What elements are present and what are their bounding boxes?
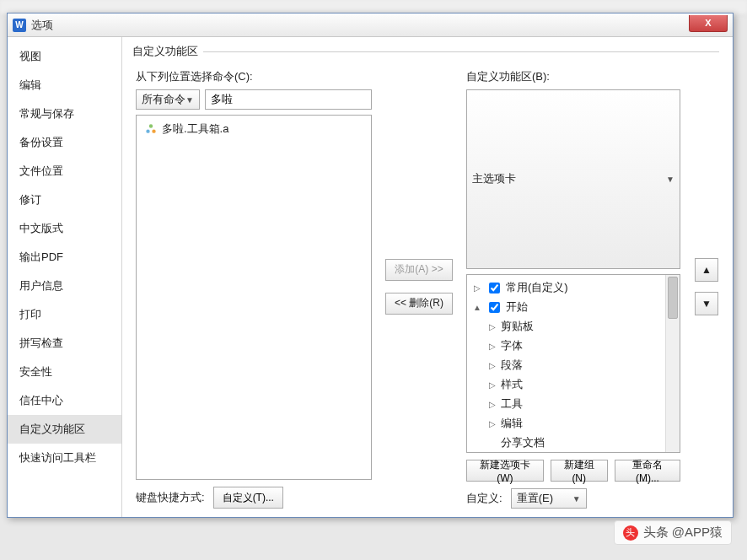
- svg-point-2: [146, 129, 149, 132]
- customize-keyboard-button[interactable]: 自定义(T)...: [213, 487, 283, 509]
- move-down-button[interactable]: ▼: [695, 292, 718, 315]
- tree-row[interactable]: ▷样式: [469, 375, 664, 395]
- commands-listbox[interactable]: 多啦.工具箱.a: [136, 115, 372, 480]
- command-search-input[interactable]: [205, 89, 372, 110]
- tree-checkbox[interactable]: [489, 283, 500, 293]
- sidebar-item[interactable]: 信任中心: [8, 386, 121, 415]
- customize-label: 自定义:: [466, 491, 502, 506]
- tree-label: 段落: [501, 358, 523, 373]
- dialog-title: 选项: [31, 18, 53, 33]
- watermark-text: 头条 @APP猿: [643, 525, 723, 541]
- tree-label: 开始: [506, 299, 528, 315]
- sidebar-item[interactable]: 自定义功能区: [8, 415, 121, 444]
- tree-label: 字体: [501, 338, 523, 353]
- add-button[interactable]: 添加(A) >>: [385, 259, 453, 281]
- tree-label: 剪贴板: [501, 319, 534, 334]
- svg-point-4: [149, 124, 153, 127]
- sidebar-item[interactable]: 修订: [8, 186, 121, 214]
- tree-label: 常用(自定义): [506, 280, 568, 295]
- expander-icon[interactable]: ▷: [487, 361, 497, 370]
- watermark: 头 头条 @APP猿: [614, 520, 732, 545]
- tree-row[interactable]: ▷段落: [469, 356, 664, 375]
- sidebar-item[interactable]: 拼写检查: [8, 329, 121, 358]
- sidebar-item[interactable]: 常规与保存: [8, 100, 121, 128]
- tree-row[interactable]: ▲开始: [469, 298, 664, 317]
- sidebar-item[interactable]: 输出PDF: [8, 243, 121, 272]
- tree-label: 编辑: [501, 416, 523, 431]
- group-legend: 自定义功能区: [132, 44, 203, 59]
- expander-icon[interactable]: ▷: [487, 400, 497, 409]
- category-sidebar: 视图编辑常规与保存备份设置文件位置修订中文版式输出PDF用户信息打印拼写检查安全…: [8, 37, 122, 517]
- tree-scrollbar[interactable]: [665, 275, 680, 453]
- tree-row[interactable]: ▷字体: [469, 337, 664, 356]
- customize-ribbon-group: 自定义功能区: [136, 44, 719, 59]
- expander-icon[interactable]: ▷: [487, 419, 497, 428]
- commands-source-value: 所有命令: [142, 92, 185, 107]
- app-icon: W: [13, 19, 26, 32]
- keyboard-shortcut-label: 键盘快捷方式:: [136, 490, 205, 505]
- tree-row[interactable]: ▷工具: [469, 395, 664, 414]
- command-icon: [145, 123, 157, 135]
- sidebar-item[interactable]: 编辑: [8, 71, 121, 100]
- dropdown-arrow-icon: ▼: [185, 95, 194, 105]
- choose-commands-label: 从下列位置选择命令(C):: [136, 69, 372, 84]
- tree-label: 分享文档: [501, 435, 545, 450]
- dropdown-arrow-icon: ▼: [572, 494, 581, 503]
- sidebar-item[interactable]: 快速访问工具栏: [8, 444, 121, 472]
- sidebar-item[interactable]: 打印: [8, 300, 121, 329]
- customize-ribbon-label: 自定义功能区(B):: [466, 69, 680, 84]
- tree-row[interactable]: ▷编辑: [469, 414, 664, 433]
- expander-icon[interactable]: ▷: [487, 342, 497, 351]
- sidebar-item[interactable]: 用户信息: [8, 272, 121, 300]
- options-dialog: W 选项 X 视图编辑常规与保存备份设置文件位置修订中文版式输出PDF用户信息打…: [7, 13, 734, 518]
- expander-icon[interactable]: ▲: [472, 303, 482, 312]
- ribbon-tabs-value: 主选项卡: [472, 171, 516, 186]
- sidebar-item[interactable]: 中文版式: [8, 214, 121, 243]
- reset-value: 重置(E): [517, 491, 553, 506]
- new-tab-button[interactable]: 新建选项卡(W): [466, 460, 544, 482]
- expander-icon[interactable]: ▷: [487, 322, 497, 331]
- tree-label: 样式: [501, 377, 523, 392]
- remove-button[interactable]: << 删除(R): [385, 293, 453, 315]
- dropdown-arrow-icon: ▼: [666, 175, 674, 184]
- new-group-button[interactable]: 新建组(N): [551, 460, 608, 482]
- svg-point-3: [152, 129, 155, 132]
- list-item[interactable]: 多啦.工具箱.a: [140, 119, 368, 139]
- scrollbar-thumb[interactable]: [668, 277, 678, 319]
- expander-icon[interactable]: ▷: [487, 380, 497, 390]
- expander-icon[interactable]: ▷: [472, 283, 482, 293]
- move-up-button[interactable]: ▲: [695, 258, 718, 282]
- titlebar: W 选项 X: [8, 13, 733, 37]
- tree-row[interactable]: 分享文档: [469, 433, 664, 453]
- ribbon-tabs-select[interactable]: 主选项卡 ▼: [466, 89, 680, 269]
- sidebar-item[interactable]: 备份设置: [8, 128, 121, 157]
- commands-source-select[interactable]: 所有命令 ▼: [136, 89, 200, 110]
- ribbon-tree[interactable]: ▷常用(自定义)▲开始▷剪贴板▷字体▷段落▷样式▷工具▷编辑分享文档▲新建组(自…: [466, 274, 680, 454]
- tree-row[interactable]: ▷常用(自定义): [469, 278, 664, 298]
- sidebar-item[interactable]: 视图: [8, 42, 121, 71]
- tree-row[interactable]: ▷剪贴板: [469, 317, 664, 337]
- reset-select[interactable]: 重置(E) ▼: [511, 488, 587, 509]
- tree-checkbox[interactable]: [489, 302, 500, 313]
- watermark-logo-icon: 头: [623, 525, 638, 541]
- tree-label: 工具: [501, 396, 523, 412]
- sidebar-item[interactable]: 文件位置: [8, 157, 121, 186]
- rename-button[interactable]: 重命名(M)...: [615, 460, 680, 482]
- sidebar-item[interactable]: 安全性: [8, 358, 121, 386]
- close-button[interactable]: X: [689, 15, 728, 32]
